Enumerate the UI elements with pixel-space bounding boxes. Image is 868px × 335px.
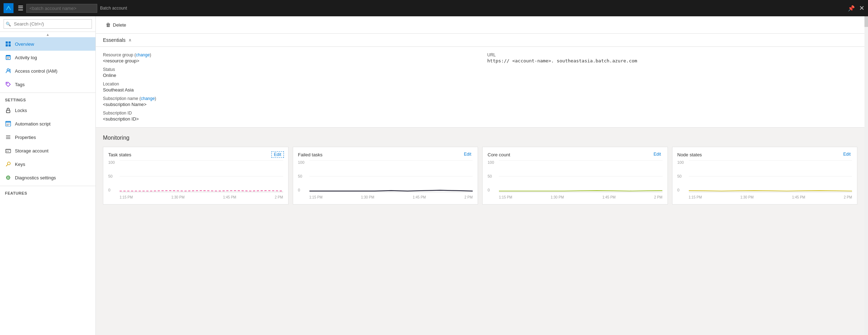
sidebar-item-access-control[interactable]: Access control (IAM) — [0, 64, 95, 78]
failed-tasks-y-labels: 100 50 0 — [298, 160, 309, 192]
status-field: Status Online — [103, 67, 480, 78]
search-wrap — [4, 19, 92, 29]
location-value: Southeast Asia — [103, 87, 480, 93]
svg-rect-2 — [6, 41, 8, 44]
hamburger-icon[interactable]: ☰ — [18, 4, 23, 12]
close-icon[interactable]: ✕ — [859, 4, 864, 12]
x-label-200: 2 PM — [465, 195, 473, 199]
svg-rect-22 — [6, 149, 11, 150]
failed-tasks-title: Failed tasks — [298, 152, 473, 157]
node-states-x-labels: 1:15 PM 1:30 PM 1:45 PM 2 PM — [689, 195, 852, 199]
sidebar-item-keys[interactable]: Keys — [0, 157, 95, 171]
grid-top — [689, 160, 852, 161]
content-area: 🗑 Delete Essentials ∧ Resource group (ch… — [96, 16, 864, 335]
sidebar-item-keys-label: Keys — [15, 162, 25, 167]
sidebar-item-locks[interactable]: Locks — [0, 104, 95, 117]
subscription-id-value: <subscription ID> — [103, 116, 480, 122]
svg-rect-4 — [6, 44, 8, 46]
locks-icon — [5, 107, 11, 113]
x-label-130: 1:30 PM — [171, 195, 185, 199]
location-field: Location Southeast Asia — [103, 82, 480, 93]
sidebar-item-tags[interactable]: Tags — [0, 78, 95, 91]
hamburger-menu[interactable]: ☰ — [4, 3, 23, 13]
svg-point-10 — [7, 69, 9, 71]
storage-account-icon — [5, 147, 11, 154]
y-label-50: 50 — [488, 174, 498, 178]
subscription-name-change-link[interactable]: change — [141, 96, 155, 101]
svg-rect-3 — [9, 41, 11, 44]
svg-line-26 — [6, 165, 7, 166]
essentials-title: Essentials — [103, 37, 126, 43]
location-label: Location — [103, 82, 480, 86]
sidebar-item-storage-account[interactable]: Storage account — [0, 144, 95, 157]
tags-icon — [5, 81, 11, 88]
resource-group-change-link[interactable]: change — [136, 52, 150, 57]
essentials-chevron[interactable]: ∧ — [128, 38, 132, 43]
right-scrollbar[interactable] — [864, 16, 868, 335]
failed-tasks-chart: 100 50 0 1:15 PM — [298, 160, 473, 199]
search-input[interactable] — [4, 19, 92, 29]
monitoring-title: Monitoring — [103, 135, 857, 141]
essentials-header: Essentials ∧ — [96, 34, 864, 47]
sidebar-item-automation-script[interactable]: Automation script — [0, 117, 95, 130]
y-label-0: 0 — [677, 188, 688, 192]
svg-rect-7 — [6, 55, 10, 56]
x-label-200: 2 PM — [275, 195, 283, 199]
azure-icon — [4, 3, 13, 13]
subscription-name-field: Subscription name (change) <subscription… — [103, 96, 480, 107]
y-label-0: 0 — [108, 188, 119, 192]
grid-top — [499, 160, 663, 161]
node-states-edit[interactable]: Edit — [841, 151, 853, 157]
main-layout: ▲ Overview Activity log Access control (… — [0, 16, 868, 335]
toolbar: 🗑 Delete — [96, 16, 864, 34]
svg-rect-24 — [8, 151, 9, 152]
task-states-edit[interactable]: Edit — [271, 151, 284, 158]
core-count-edit[interactable]: Edit — [652, 151, 663, 157]
subscription-name-value: <subscription Name> — [103, 102, 480, 107]
node-states-y-labels: 100 50 0 — [677, 160, 688, 192]
sidebar-item-overview[interactable]: Overview — [0, 37, 95, 51]
y-label-50: 50 — [108, 174, 119, 178]
batch-account-name-input[interactable] — [26, 4, 97, 13]
failed-tasks-edit[interactable]: Edit — [462, 151, 473, 157]
x-label-115: 1:15 PM — [689, 195, 702, 199]
x-label-115: 1:15 PM — [309, 195, 323, 199]
activity-log-icon — [5, 54, 11, 61]
x-label-145: 1:45 PM — [413, 195, 426, 199]
status-value: Online — [103, 73, 480, 78]
x-label-115: 1:15 PM — [499, 195, 512, 199]
url-field: URL https:// <account-name>. southeastas… — [487, 52, 857, 63]
x-label-145: 1:45 PM — [602, 195, 615, 199]
monitoring-section: Monitoring Task states Edit 100 50 0 — [96, 128, 864, 335]
resource-group-label: Resource group (change) — [103, 52, 480, 57]
subscription-id-label: Subscription ID — [103, 111, 480, 116]
sidebar-item-activity-log[interactable]: Activity log — [0, 51, 95, 64]
diagnostics-settings-icon — [5, 174, 11, 181]
pin-icon[interactable]: 📌 — [848, 5, 855, 12]
scrollbar-thumb[interactable] — [864, 16, 868, 27]
delete-button[interactable]: 🗑 Delete — [103, 21, 129, 29]
y-label-100: 100 — [677, 160, 688, 164]
x-label-200: 2 PM — [654, 195, 662, 199]
x-label-130: 1:30 PM — [361, 195, 374, 199]
core-count-chart: 100 50 0 1:15 PM — [488, 160, 663, 199]
sidebar-item-diagnostics-settings[interactable]: Diagnostics settings — [0, 171, 95, 184]
core-count-y-labels: 100 50 0 — [488, 160, 498, 192]
sidebar-item-properties[interactable]: Properties — [0, 130, 95, 144]
essentials-left-col: Resource group (change) <resource group>… — [103, 52, 480, 122]
task-states-x-labels: 1:15 PM 1:30 PM 1:45 PM 2 PM — [120, 195, 283, 199]
svg-rect-23 — [6, 151, 7, 152]
sidebar-item-properties-label: Properties — [15, 135, 36, 140]
core-count-chart-inner — [499, 160, 663, 192]
y-label-100: 100 — [298, 160, 309, 164]
node-states-title: Node states — [677, 152, 852, 157]
overview-icon — [5, 41, 11, 47]
url-value: https:// <account-name>. southeastasia.b… — [487, 58, 857, 63]
grid-mid — [499, 176, 663, 177]
scroll-up[interactable]: ▲ — [0, 32, 95, 37]
svg-point-12 — [7, 83, 8, 84]
core-count-x-labels: 1:15 PM 1:30 PM 1:45 PM 2 PM — [499, 195, 663, 199]
resource-group-value: <resource group> — [103, 58, 480, 63]
keys-icon — [5, 161, 11, 167]
y-label-50: 50 — [677, 174, 688, 178]
